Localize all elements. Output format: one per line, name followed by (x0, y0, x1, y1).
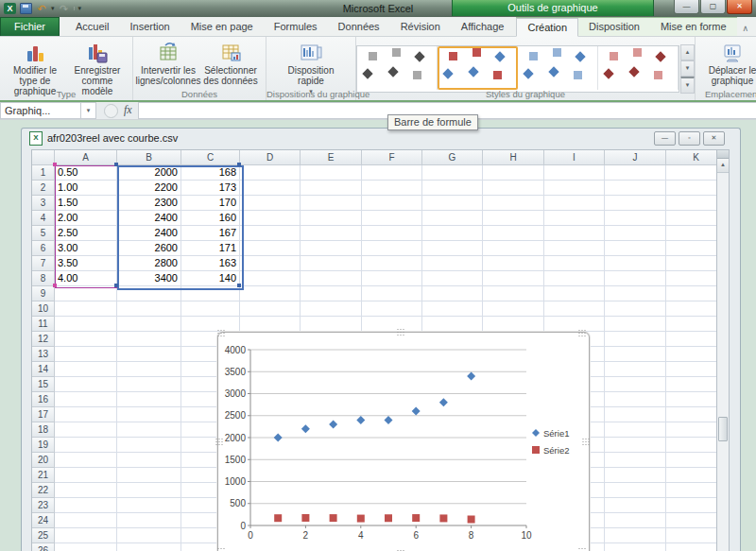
legend-label[interactable]: Série2 (543, 445, 569, 456)
cell-a4[interactable]: 2.00 (55, 211, 117, 226)
cell-f6[interactable] (362, 241, 422, 256)
cell-k7[interactable] (666, 256, 717, 271)
tab-données[interactable]: Données (328, 18, 390, 36)
column-header-k[interactable]: K (666, 150, 717, 165)
cell-k13[interactable] (666, 347, 717, 362)
row-header-15[interactable]: 15 (32, 377, 55, 392)
cell-f3[interactable] (362, 196, 422, 211)
row-header-12[interactable]: 12 (32, 332, 55, 347)
cell-b20[interactable] (117, 453, 181, 468)
serie2-point[interactable] (274, 514, 282, 522)
row-header-4[interactable]: 4 (32, 211, 55, 226)
cell-g7[interactable] (422, 256, 483, 271)
legend-label[interactable]: Série1 (543, 428, 569, 439)
cell-j16[interactable] (605, 392, 666, 407)
select-all-corner[interactable] (32, 150, 55, 165)
serie1-point[interactable] (412, 407, 421, 416)
workbook-restore-button[interactable]: ▫ (679, 131, 700, 146)
cell-a12[interactable] (55, 332, 117, 347)
chart-style-3[interactable] (518, 46, 598, 90)
row-header-22[interactable]: 22 (32, 483, 55, 498)
serie2-point[interactable] (330, 514, 337, 522)
cell-c11[interactable] (181, 317, 240, 332)
cell-a5[interactable]: 2.50 (55, 226, 117, 241)
cell-e3[interactable] (301, 196, 362, 211)
cell-a10[interactable] (55, 301, 117, 317)
cell-k23[interactable] (666, 498, 717, 513)
cell-j5[interactable] (605, 226, 666, 241)
cell-f11[interactable] (362, 317, 422, 332)
cell-k18[interactable] (666, 422, 717, 438)
cell-j7[interactable] (605, 256, 666, 271)
cell-a21[interactable] (55, 468, 117, 483)
cell-b3[interactable]: 2300 (117, 196, 181, 211)
cell-k21[interactable] (666, 468, 717, 483)
cell-j19[interactable] (605, 438, 666, 453)
cell-b2[interactable]: 2200 (117, 181, 181, 196)
cell-b9[interactable] (117, 286, 181, 301)
cell-g10[interactable] (422, 301, 483, 317)
cell-j10[interactable] (605, 301, 666, 317)
cell-a22[interactable] (55, 483, 117, 498)
save-button[interactable] (19, 3, 32, 15)
cell-a9[interactable] (55, 286, 117, 301)
cell-e2[interactable] (301, 181, 362, 196)
cell-b7[interactable]: 2800 (117, 256, 181, 271)
serie2-point[interactable] (301, 514, 309, 522)
workbook-close-button[interactable]: ✕ (703, 131, 725, 146)
row-header-3[interactable]: 3 (32, 196, 55, 211)
cell-d2[interactable] (240, 181, 301, 196)
cell-c7[interactable]: 163 (181, 256, 240, 271)
cell-c9[interactable] (181, 286, 240, 301)
column-header-a[interactable]: A (55, 150, 117, 165)
cell-g1[interactable] (422, 165, 483, 181)
cell-j21[interactable] (605, 468, 666, 483)
row-header-1[interactable]: 1 (32, 165, 55, 181)
undo-dropdown-arrow-icon[interactable]: ▾ (51, 5, 55, 12)
cell-a1[interactable]: 0.50 (55, 165, 117, 181)
cell-e11[interactable] (301, 317, 362, 332)
serie2-point[interactable] (439, 514, 447, 522)
cell-h10[interactable] (483, 301, 544, 317)
cell-b18[interactable] (117, 422, 181, 438)
cell-g8[interactable] (422, 271, 483, 286)
serie2-point[interactable] (357, 515, 365, 523)
select-data-button[interactable]: Sélectionner des données (199, 40, 262, 86)
cell-a19[interactable] (55, 438, 117, 453)
cell-b8[interactable]: 3400 (117, 271, 181, 286)
cell-f2[interactable] (362, 181, 422, 196)
cell-d7[interactable] (240, 256, 301, 271)
cell-k9[interactable] (666, 286, 717, 301)
cell-j11[interactable] (605, 317, 666, 332)
cell-f7[interactable] (362, 256, 422, 271)
tab-fichier[interactable]: Fichier (0, 17, 60, 36)
column-header-b[interactable]: B (117, 150, 181, 165)
cell-b15[interactable] (117, 377, 181, 392)
cell-h4[interactable] (483, 211, 544, 226)
cell-a24[interactable] (55, 513, 117, 528)
cell-e1[interactable] (301, 165, 362, 181)
cell-h11[interactable] (483, 317, 544, 332)
cell-k17[interactable] (666, 407, 717, 422)
cell-k15[interactable] (666, 377, 717, 392)
cell-e6[interactable] (301, 241, 362, 256)
cell-h9[interactable] (483, 286, 544, 301)
cell-b19[interactable] (117, 438, 181, 453)
cell-k3[interactable] (666, 196, 717, 211)
cell-g4[interactable] (422, 211, 483, 226)
cell-k10[interactable] (666, 301, 717, 317)
chart-style-4[interactable] (598, 46, 679, 90)
tab-affichage[interactable]: Affichage (451, 18, 515, 36)
cell-k26[interactable] (666, 543, 717, 551)
cell-j14[interactable] (605, 362, 666, 377)
cell-d5[interactable] (240, 226, 301, 241)
switch-row-column-button[interactable]: Intervertir les lignes/colonnes (137, 40, 199, 86)
cell-b13[interactable] (117, 347, 181, 362)
cell-i11[interactable] (544, 317, 605, 332)
cell-d4[interactable] (240, 211, 301, 226)
row-header-6[interactable]: 6 (32, 241, 55, 256)
serie1-point[interactable] (356, 416, 365, 424)
row-header-10[interactable]: 10 (32, 301, 55, 317)
cell-f8[interactable] (362, 271, 422, 286)
row-header-26[interactable]: 26 (32, 543, 55, 551)
